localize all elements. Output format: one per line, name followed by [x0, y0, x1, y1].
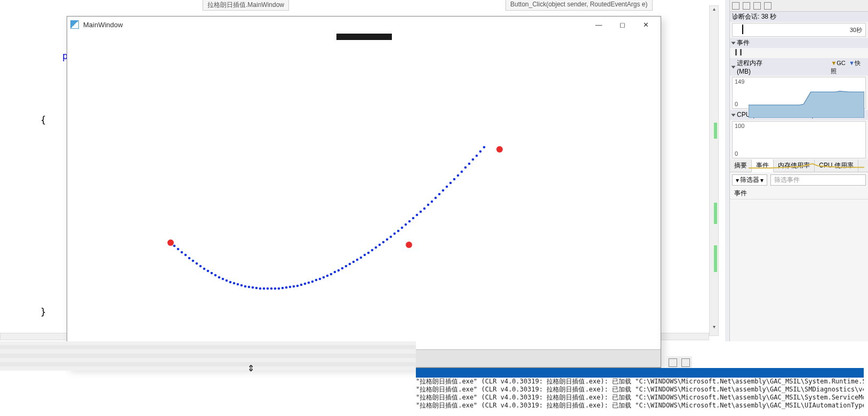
svg-point-53 — [367, 252, 370, 254]
svg-point-72 — [438, 193, 441, 196]
minimize-button[interactable]: — — [587, 17, 610, 32]
svg-point-26 — [267, 287, 269, 290]
resize-cursor-icon: ⇕ — [247, 363, 256, 372]
cpu-y-max: 100 — [735, 123, 744, 129]
scroll-down-icon[interactable]: ▾ — [710, 324, 718, 332]
svg-point-82 — [476, 155, 478, 157]
close-button[interactable]: ✕ — [634, 17, 657, 32]
app-icon — [70, 20, 79, 29]
dropdown-icon: ▾ — [760, 177, 763, 184]
svg-point-67 — [420, 211, 422, 213]
refresh-icon[interactable] — [743, 2, 750, 10]
breadcrumb-method[interactable]: Button_Click(object sender, RoutedEventA… — [505, 0, 652, 11]
svg-point-57 — [382, 241, 385, 244]
svg-point-17 — [233, 282, 236, 285]
diag-toolbar — [730, 0, 868, 12]
zoom-in-icon[interactable] — [753, 2, 761, 10]
cpu-line-svg — [749, 123, 864, 170]
titlebar[interactable]: MainWindow — ◻ ✕ — [67, 17, 661, 33]
editor-scrollbar-vertical[interactable]: ▴ ▾ — [709, 5, 719, 336]
memory-label: 进程内存 (MB) — [737, 59, 777, 75]
filter-row: ▾ 筛选器 ▾ 筛选事件 — [730, 172, 868, 188]
svg-point-86 — [406, 242, 412, 248]
svg-point-15 — [226, 279, 228, 282]
svg-point-46 — [341, 267, 344, 270]
svg-point-35 — [300, 284, 303, 286]
memory-section-header[interactable]: 进程内存 (MB) ▼GC ▼快照 — [730, 58, 868, 76]
svg-point-85 — [167, 239, 174, 246]
svg-point-11 — [211, 272, 213, 275]
output-line: "拉格朗日插值.exe" (CLR v4.0.30319: 拉格朗日插值.exe… — [416, 402, 864, 410]
event-column-header[interactable]: 事件 — [730, 188, 868, 199]
svg-point-9 — [203, 268, 206, 270]
svg-point-25 — [263, 287, 266, 290]
svg-point-63 — [405, 223, 407, 226]
svg-point-16 — [229, 281, 232, 284]
svg-point-62 — [401, 227, 404, 229]
breadcrumb-namespace[interactable]: 拉格朗日插值.MainWindow — [203, 0, 289, 11]
svg-point-1 — [173, 245, 176, 247]
svg-point-20 — [244, 285, 247, 288]
svg-point-34 — [296, 285, 299, 287]
svg-point-71 — [435, 197, 437, 199]
svg-point-70 — [431, 201, 433, 203]
canvas[interactable] — [67, 33, 661, 349]
svg-point-13 — [218, 276, 221, 279]
memory-chart[interactable]: 149 0 — [732, 77, 866, 109]
change-indicator — [714, 245, 717, 272]
svg-point-65 — [412, 217, 415, 220]
splitter-vertical[interactable] — [725, 0, 729, 341]
svg-point-56 — [379, 244, 381, 246]
svg-point-75 — [449, 182, 452, 185]
cpu-chart[interactable]: 100 0 — [732, 121, 866, 158]
session-label: 诊断会话: 38 秒 — [732, 12, 776, 21]
wrap-icon[interactable] — [681, 358, 690, 367]
svg-point-51 — [360, 257, 363, 259]
svg-point-61 — [397, 230, 400, 233]
svg-point-69 — [427, 204, 430, 206]
output-line: "拉格朗日插值.exe" (CLR v4.0.30319: 拉格朗日插值.exe… — [416, 378, 864, 386]
svg-point-52 — [364, 254, 366, 257]
mem-y-min: 0 — [735, 101, 738, 107]
svg-point-40 — [319, 278, 322, 281]
svg-point-50 — [356, 259, 359, 261]
list-icon[interactable] — [669, 358, 677, 367]
svg-point-42 — [326, 275, 329, 277]
svg-point-29 — [278, 287, 280, 290]
timeline[interactable]: 30秒 — [732, 23, 866, 37]
svg-point-64 — [408, 220, 411, 223]
scroll-up-icon[interactable]: ▴ — [710, 6, 718, 14]
svg-point-31 — [285, 286, 288, 289]
mem-y-max: 149 — [735, 78, 744, 85]
output-header — [416, 368, 864, 378]
svg-point-2 — [177, 248, 180, 251]
events-section-header[interactable]: 事件 — [730, 38, 868, 48]
svg-point-28 — [274, 287, 277, 290]
session-header: 诊断会话: 38 秒 — [730, 12, 868, 22]
svg-point-41 — [323, 276, 325, 279]
output-panel[interactable]: "拉格朗日插值.exe" (CLR v4.0.30319: 拉格朗日插值.exe… — [416, 368, 864, 416]
filter-input[interactable]: 筛选事件 — [770, 174, 866, 186]
maximize-button[interactable]: ◻ — [610, 17, 634, 32]
svg-point-87 — [496, 146, 503, 153]
events-pause-row — [730, 48, 868, 58]
svg-point-24 — [259, 287, 262, 290]
filter-button[interactable]: ▾ 筛选器 ▾ — [732, 174, 767, 186]
diagnostics-panel: 诊断会话: 38 秒 30秒 事件 进程内存 (MB) ▼GC ▼快照 149 … — [729, 0, 868, 341]
expand-icon — [732, 42, 736, 44]
svg-point-3 — [181, 251, 183, 254]
svg-point-49 — [352, 261, 355, 263]
output-line: "拉格朗日插值.exe" (CLR v4.0.30319: 拉格朗日插值.exe… — [416, 394, 864, 402]
change-indicator — [714, 203, 717, 224]
app-window: MainWindow — ◻ ✕ draw — [67, 16, 661, 368]
svg-point-10 — [207, 270, 210, 273]
zoom-out-icon[interactable] — [764, 2, 771, 10]
svg-point-32 — [289, 286, 292, 289]
svg-point-48 — [349, 263, 351, 266]
pause-icon[interactable] — [735, 49, 742, 55]
svg-point-74 — [446, 186, 448, 188]
svg-point-22 — [252, 286, 254, 289]
svg-point-38 — [311, 281, 314, 283]
output-toolbar — [666, 356, 692, 369]
gear-icon[interactable] — [732, 2, 740, 10]
